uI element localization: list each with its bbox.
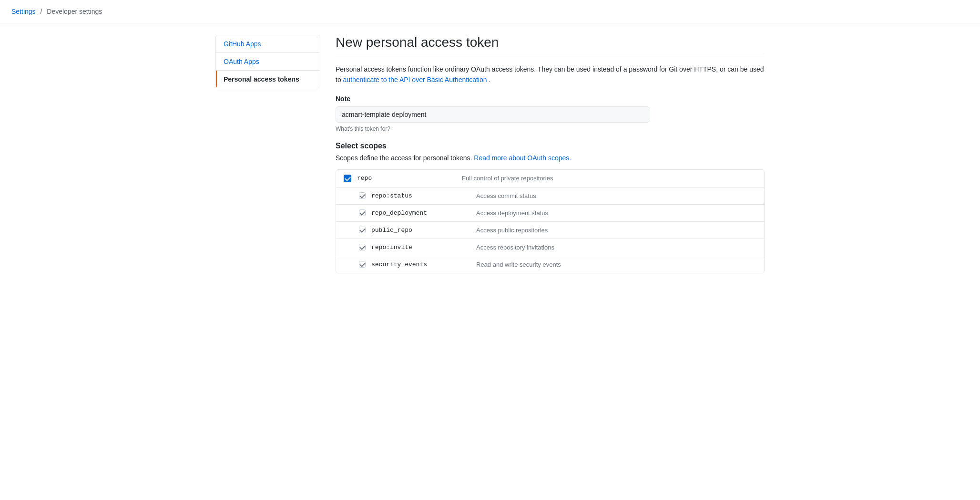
note-hint: What's this token for? xyxy=(336,125,765,132)
sidebar-item-oauth-apps[interactable]: OAuth Apps xyxy=(216,53,320,71)
scope-checkbox-repo[interactable] xyxy=(344,175,351,182)
scope-name-public-repo: public_repo xyxy=(371,227,476,234)
breadcrumb-current: Developer settings xyxy=(47,8,102,15)
scope-desc-repo-invite: Access repository invitations xyxy=(476,244,554,251)
note-form-group: Note What's this token for? xyxy=(336,95,765,132)
scope-row-repo-deployment: repo_deployment Access deployment status xyxy=(336,205,764,222)
scope-checkbox-repo-status[interactable] xyxy=(359,192,366,199)
scope-name-repo-status: repo:status xyxy=(371,192,476,199)
content-area: New personal access token Personal acces… xyxy=(336,35,765,273)
scope-desc-repo-status: Access commit status xyxy=(476,192,536,199)
scope-name-repo-deployment: repo_deployment xyxy=(371,209,476,217)
scopes-description: Scopes define the access for personal to… xyxy=(336,154,765,162)
breadcrumb: Settings / Developer settings xyxy=(0,0,980,23)
scope-name-security-events: security_events xyxy=(371,261,476,268)
scope-desc-public-repo: Access public repositories xyxy=(476,227,548,234)
scope-checkbox-public-repo[interactable] xyxy=(359,227,366,233)
scopes-description-text: Scopes define the access for personal to… xyxy=(336,154,474,162)
scope-desc-repo-deployment: Access deployment status xyxy=(476,209,548,217)
scope-name-repo-invite: repo:invite xyxy=(371,244,476,251)
note-label: Note xyxy=(336,95,765,103)
scope-desc-repo: Full control of private repositories xyxy=(462,175,553,182)
scope-checkbox-security-events[interactable] xyxy=(359,261,366,268)
scope-checkbox-repo-invite[interactable] xyxy=(359,244,366,250)
title-divider xyxy=(336,56,765,56)
main-layout: GitHub Apps OAuth Apps Personal access t… xyxy=(204,35,776,273)
scope-row-repo-invite: repo:invite Access repository invitation… xyxy=(336,239,764,256)
scope-row-public-repo: public_repo Access public repositories xyxy=(336,222,764,239)
scope-checkbox-repo-deployment[interactable] xyxy=(359,209,366,216)
scope-desc-security-events: Read and write security events xyxy=(476,261,561,268)
scopes-table: repo Full control of private repositorie… xyxy=(336,169,765,273)
scopes-link[interactable]: Read more about OAuth scopes. xyxy=(474,154,571,162)
scopes-section: Select scopes Scopes define the access f… xyxy=(336,142,765,273)
intro-description: Personal access tokens function like ord… xyxy=(336,64,765,85)
scope-row-security-events: security_events Read and write security … xyxy=(336,256,764,273)
description-text-part2: . xyxy=(489,76,490,83)
sidebar: GitHub Apps OAuth Apps Personal access t… xyxy=(215,35,320,88)
scope-name-repo: repo xyxy=(357,175,462,182)
scopes-title: Select scopes xyxy=(336,142,765,150)
sidebar-item-github-apps[interactable]: GitHub Apps xyxy=(216,35,320,53)
page-title: New personal access token xyxy=(336,35,765,50)
breadcrumb-separator: / xyxy=(40,8,42,15)
breadcrumb-settings-link[interactable]: Settings xyxy=(11,8,36,15)
sidebar-item-personal-access-tokens[interactable]: Personal access tokens xyxy=(216,71,320,88)
scope-row-repo-status: repo:status Access commit status xyxy=(336,188,764,205)
note-input[interactable] xyxy=(336,106,650,123)
description-link[interactable]: authenticate to the API over Basic Authe… xyxy=(343,76,487,83)
scope-row-repo: repo Full control of private repositorie… xyxy=(336,170,764,188)
